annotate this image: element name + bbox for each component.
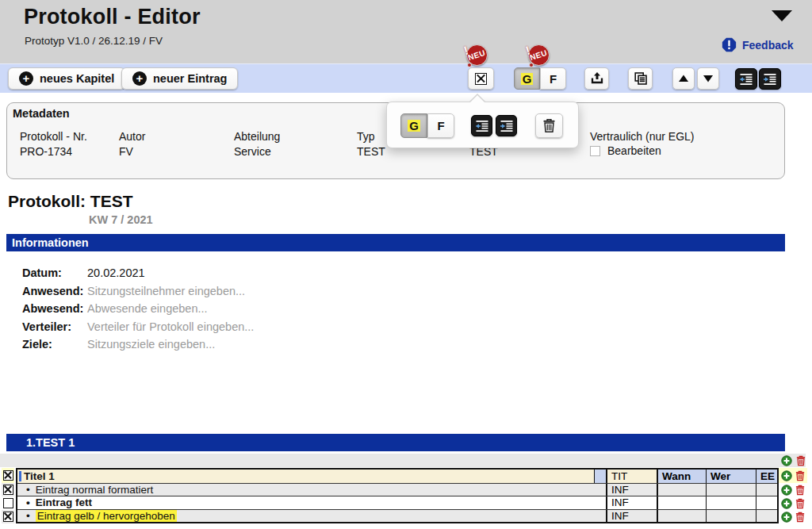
plus-circle-icon: +	[132, 71, 147, 86]
wann-header-cell: Wann	[657, 470, 706, 483]
field-label: Anwesend:	[22, 285, 83, 297]
entry-checkbox[interactable]	[3, 512, 13, 522]
abwesend-input[interactable]: Abwesende eingeben...	[87, 302, 208, 315]
plus-circle-icon: +	[19, 71, 33, 86]
outdent-button[interactable]	[735, 68, 757, 90]
chapter-row	[0, 454, 806, 467]
ee-cell[interactable]	[756, 510, 777, 523]
table-row: Eintrag gelb / hervorgehoben INF	[17, 509, 777, 523]
row-actions-column	[779, 468, 807, 523]
version-subtitle: Prototyp V1.0 / 26.12.19 / FV	[25, 35, 163, 47]
bold-format-button[interactable]: F	[540, 67, 566, 90]
checkbox-x-icon	[475, 73, 487, 85]
metadata-title: Metadaten	[13, 107, 70, 120]
ee-cell[interactable]	[756, 484, 777, 496]
edit-checkbox-label: Bearbeiten	[607, 144, 661, 157]
wer-cell[interactable]	[706, 510, 756, 523]
delete-entry-button[interactable]	[794, 484, 806, 496]
app-header: Protokoll - Editor Prototyp V1.0 / 26.12…	[0, 0, 812, 63]
wann-cell[interactable]	[657, 510, 706, 523]
entry-text[interactable]: Eintrag gelb / hervorgehoben	[17, 510, 606, 523]
trash-icon	[795, 485, 806, 496]
wer-cell[interactable]	[706, 496, 756, 509]
add-entry-button[interactable]	[780, 511, 792, 523]
ee-header-cell: EE	[756, 470, 777, 483]
delete-entry-button[interactable]	[794, 470, 806, 481]
popup-highlight-button[interactable]: G	[400, 113, 427, 138]
popup-highlight-label: G	[408, 120, 420, 132]
field-label: Verteiler:	[22, 320, 71, 333]
wer-header-cell: Wer	[706, 470, 756, 483]
add-entry-button[interactable]	[780, 454, 792, 466]
add-entry-button[interactable]	[780, 484, 792, 496]
popup-delete-button[interactable]	[535, 113, 563, 138]
anwesend-input[interactable]: Sitzungsteilnehmer eingeben...	[87, 285, 245, 297]
entry-text[interactable]: Eintrag fett	[17, 496, 606, 509]
move-up-button[interactable]	[672, 67, 695, 90]
indent-button[interactable]	[759, 68, 781, 90]
popup-bold-button[interactable]: F	[427, 113, 454, 138]
edit-checkbox[interactable]	[590, 146, 600, 156]
plus-circle-icon	[781, 455, 792, 466]
wann-cell[interactable]	[657, 496, 706, 509]
typ-label: Typ	[357, 130, 375, 143]
outdent-icon	[738, 71, 754, 87]
trash-icon	[795, 470, 806, 481]
new-entry-button[interactable]: + neuer Eintrag	[121, 67, 238, 90]
copy-button[interactable]	[628, 67, 653, 90]
protokoll-nr-value: PRO-1734	[20, 145, 72, 158]
text-cursor	[19, 471, 21, 481]
popup-outdent-button[interactable]	[471, 115, 492, 136]
table-row: Eintrag fett INF	[17, 496, 777, 509]
field-row: Datum: 20.02.2021	[0, 266, 785, 281]
ee-cell[interactable]	[756, 496, 777, 509]
move-down-button[interactable]	[697, 67, 719, 90]
page-title: Protokoll - Editor	[24, 5, 201, 29]
trash-icon	[795, 455, 806, 466]
export-button[interactable]	[584, 67, 609, 90]
table-row: Eintrag normal formatiert INF	[17, 483, 777, 496]
delete-chapter-button[interactable]	[795, 454, 806, 466]
add-entry-button[interactable]	[780, 470, 792, 481]
wann-cell[interactable]	[657, 484, 706, 496]
feedback-link[interactable]: Feedback	[722, 37, 794, 52]
wer-cell[interactable]	[706, 484, 756, 496]
feedback-label: Feedback	[742, 39, 794, 52]
highlight-label: G	[521, 73, 534, 85]
bold-label: F	[550, 72, 557, 86]
outdent-icon	[474, 118, 490, 134]
checkbox-format-button[interactable]	[468, 67, 494, 90]
field-label: Abwesend:	[22, 302, 83, 315]
chapter-header: 1.TEST 1	[6, 434, 785, 451]
alert-octagon-icon	[722, 37, 737, 52]
popup-bold-label: F	[437, 119, 444, 132]
entry-text[interactable]: Eintrag normal formatiert	[17, 484, 606, 496]
plus-circle-icon	[781, 498, 792, 509]
autor-label: Autor	[119, 130, 145, 143]
field-row: Abwesend: Abwesende eingeben...	[0, 302, 785, 316]
new-chapter-button[interactable]: + neues Kapitel	[8, 67, 125, 90]
delete-entry-button[interactable]	[794, 497, 806, 509]
popup-indent-button[interactable]	[496, 115, 517, 136]
typ-value: TEST	[357, 145, 385, 158]
entry-checkbox[interactable]	[3, 470, 13, 481]
info-section-header: Informationen	[6, 234, 785, 251]
verteiler-input[interactable]: Verteiler für Protokoll eingeben...	[87, 320, 254, 333]
entry-checkbox[interactable]	[3, 498, 13, 508]
field-label: Ziele:	[22, 338, 52, 351]
ziele-input[interactable]: Sitzungsziele eingeben...	[87, 338, 215, 351]
field-row: Anwesend: Sitzungsteilnehmer eingeben...	[0, 285, 785, 299]
table-row: Titel 1 TIT Wann Wer EE	[17, 470, 777, 483]
add-entry-button[interactable]	[780, 497, 792, 509]
collapse-caret-icon[interactable]	[772, 10, 792, 21]
datum-value[interactable]: 20.02.2021	[87, 266, 145, 279]
field-row: Verteiler: Verteiler für Protokoll einge…	[0, 320, 785, 335]
delete-entry-button[interactable]	[794, 511, 806, 523]
entry-checkbox[interactable]	[3, 485, 13, 495]
abteilung-label: Abteilung	[234, 130, 280, 143]
protocol-week: KW 7 / 2021	[89, 213, 153, 226]
entry-text[interactable]: Titel 1	[17, 470, 594, 483]
highlight-format-button[interactable]: G	[514, 67, 540, 90]
new-chapter-label: neues Kapitel	[40, 72, 114, 85]
triangle-down-icon	[702, 72, 714, 85]
